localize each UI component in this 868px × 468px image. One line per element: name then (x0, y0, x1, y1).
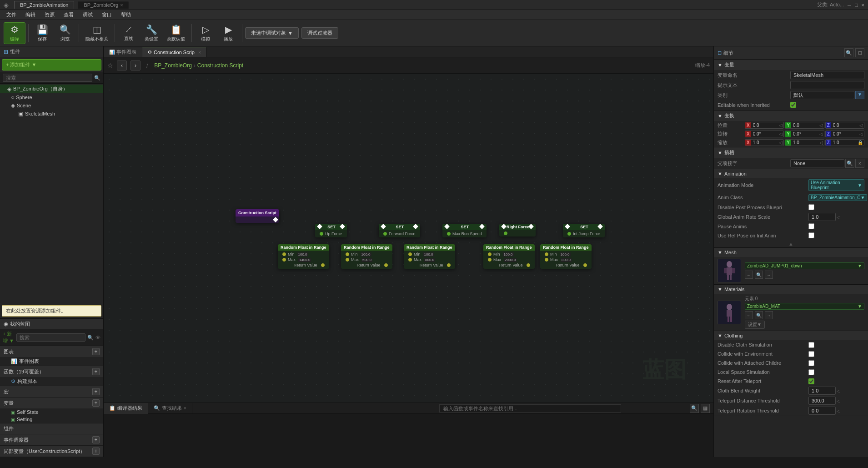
rnd-node-5[interactable]: Random Float in Range Min100.0 Max800.0 … (540, 244, 592, 269)
construction-script-tab[interactable]: ⚙ Construction Scrip × (142, 47, 207, 57)
blueprint-canvas[interactable]: Construction Script SET Up Force (104, 74, 713, 403)
add-macro-btn[interactable]: + (92, 388, 100, 395)
materials-section-header[interactable]: ▼ Materials (714, 285, 868, 294)
component-var-header[interactable]: 组件 (0, 423, 103, 434)
mesh-section-header[interactable]: ▼ Mesh (714, 248, 868, 257)
socket-section-header[interactable]: ▼ 插槽 (714, 147, 868, 158)
material-settings-btn[interactable]: 设置▼ (745, 321, 765, 329)
construction-script-node[interactable]: Construction Script (236, 209, 279, 223)
rnd-node-4[interactable]: Random Float in Range Min100.0 Max2000.0… (483, 244, 535, 269)
scale-y-field[interactable]: Y 1.0 ◁ (785, 139, 824, 146)
breadcrumb-root[interactable]: BP_ZombieOrg (154, 62, 192, 69)
forward-btn[interactable]: › (130, 60, 140, 70)
new-btn[interactable]: + 新增 ▼ (3, 331, 15, 344)
variable-section-header[interactable]: 变量 + (0, 398, 103, 408)
set-node-4[interactable]: Right Force (499, 224, 536, 237)
rot-x-field[interactable]: X 0.0° ◁ (745, 131, 784, 137)
socket-search-btn[interactable]: 🔍 (845, 159, 854, 168)
set-node-3[interactable]: SET Max Run Speed (442, 224, 487, 237)
menu-help[interactable]: 帮助 (116, 10, 135, 19)
event-graph-item[interactable]: 📊 事件图表 (0, 357, 103, 366)
disable-cloth-checkbox[interactable] (808, 342, 814, 348)
collide-env-checkbox[interactable] (808, 351, 814, 357)
scale-x-field[interactable]: X 1.0 ◁ (745, 139, 784, 146)
self-state-var[interactable]: ▣ Self State (0, 408, 103, 416)
bottom-filter-btn[interactable]: ▦ (701, 404, 710, 413)
variables-section-header[interactable]: ▼ 变量 (714, 60, 868, 70)
rot-z-field[interactable]: Z 0.0° ◁ (825, 131, 864, 137)
transform-section-header[interactable]: ▼ 变换 (714, 111, 868, 121)
menu-assets[interactable]: 资源 (40, 10, 59, 19)
global-rate-input[interactable] (808, 213, 836, 221)
line-btn[interactable]: ⟋ 直线 (118, 22, 140, 44)
minimize-btn[interactable]: ─ (848, 2, 851, 8)
macro-section-header[interactable]: 宏 + (0, 386, 103, 397)
socket-clear-btn[interactable]: × (855, 159, 864, 168)
hide-btn[interactable]: ◫ 隐藏不相关 (82, 22, 112, 44)
disable-post-checkbox[interactable] (808, 204, 814, 210)
construct-script-item[interactable]: ⚙ 构建脚本 (0, 377, 103, 386)
menu-view[interactable]: 查看 (59, 10, 78, 19)
local-var-header[interactable]: 局部变量（UserConstructionScript） + (0, 446, 103, 457)
add-local-var-btn[interactable]: + (92, 448, 100, 455)
bottom-search-input[interactable] (439, 404, 621, 413)
clothing-section-header[interactable]: ▼ Clothing (714, 331, 868, 340)
window-tab-2[interactable]: BP_ZombieOrg × (78, 1, 129, 9)
mesh-back-btn[interactable]: ← (745, 271, 753, 279)
material-dropdown-icon[interactable]: ▼ (858, 304, 862, 309)
menu-edit[interactable]: 编辑 (21, 10, 40, 19)
teleport-rot-input[interactable] (808, 407, 836, 415)
add-component-btn[interactable]: + 添加组件 ▼ (2, 59, 101, 70)
rot-y-field[interactable]: Y 0.0° ◁ (785, 131, 824, 137)
compiler-results-tab[interactable]: 📋 编译器结果 (104, 403, 148, 414)
mesh-dropdown-icon[interactable]: ▼ (858, 263, 862, 268)
add-variable-btn[interactable]: + (92, 399, 100, 407)
tree-item-sphere[interactable]: ○ Sphere (0, 93, 103, 101)
simulate-btn[interactable]: ▷ 模拟 (195, 22, 216, 44)
compile-btn[interactable]: ⚙ 编译 (4, 22, 25, 44)
add-graph-btn[interactable]: + (92, 348, 100, 355)
blueprint-search-input[interactable] (16, 333, 85, 342)
set-node-2[interactable]: SET Forward Force (379, 224, 420, 237)
cloth-blend-input[interactable] (808, 387, 836, 395)
anim-mode-dropdown[interactable]: Use Animation Blueprint ▼ (808, 179, 864, 191)
material-forward-btn[interactable]: → (765, 311, 773, 319)
teleport-dist-input[interactable] (808, 397, 836, 405)
display-text-input[interactable] (790, 81, 864, 89)
back-btn[interactable]: ‹ (117, 60, 127, 70)
var-name-input[interactable] (790, 71, 864, 79)
menu-window[interactable]: 窗口 (97, 10, 116, 19)
tree-item-self[interactable]: ◈ BP_ZombieOrg（自身） (0, 85, 103, 93)
editable-checkbox[interactable] (790, 102, 796, 108)
save-btn[interactable]: 💾 保存 (31, 22, 53, 44)
close-tab-icon[interactable]: × (120, 2, 123, 8)
bottom-search-icon-btn[interactable]: 🔍 (690, 404, 699, 413)
find-results-tab[interactable]: 🔍 查找结果 × (148, 403, 192, 414)
graph-section-header[interactable]: 图表 + (0, 346, 103, 357)
window-tab-1[interactable]: BP_ZombieAnimation (14, 1, 74, 9)
anim-class-dropdown[interactable]: BP_ZombieAnimation_C ▼ (808, 194, 867, 201)
tree-item-scene[interactable]: ◈ Scene (0, 101, 103, 110)
use-ref-checkbox[interactable] (808, 232, 814, 238)
close-tab-2-icon[interactable]: × (198, 50, 201, 55)
close-find-tab-icon[interactable]: × (184, 406, 186, 411)
rnd-node-1[interactable]: Random Float in Range Min100.0 Max1400.0… (278, 244, 329, 269)
scale-z-field[interactable]: Z 1.0 🔒 (825, 139, 864, 146)
mesh-forward-btn[interactable]: → (765, 271, 773, 279)
debug-target-btn[interactable]: 未选中调试对象 ▼ (245, 27, 299, 39)
pos-y-field[interactable]: Y 0.0 ◁ (785, 122, 824, 129)
rnd-node-3[interactable]: Random Float in Range Min100.0 Max800.0 … (404, 244, 455, 269)
component-search-input[interactable] (3, 74, 92, 82)
set-node-1[interactable]: SET Up Force (315, 224, 347, 237)
collide-child-checkbox[interactable] (808, 360, 814, 366)
add-function-btn[interactable]: + (92, 368, 100, 375)
material-search-btn[interactable]: 🔍 (755, 311, 763, 319)
category-dropdown-btn[interactable]: ▼ (855, 91, 864, 99)
setting-var[interactable]: ▣ Setting (0, 416, 103, 423)
pause-anims-checkbox[interactable] (808, 223, 814, 229)
defaults-btn[interactable]: 📋 类默认值 (163, 22, 189, 44)
menu-debug[interactable]: 调试 (78, 10, 97, 19)
details-search-btn[interactable]: 🔍 (844, 48, 853, 57)
reset-teleport-checkbox[interactable] (808, 378, 814, 384)
event-graph-tab[interactable]: 📊 事件图表 (104, 47, 142, 57)
